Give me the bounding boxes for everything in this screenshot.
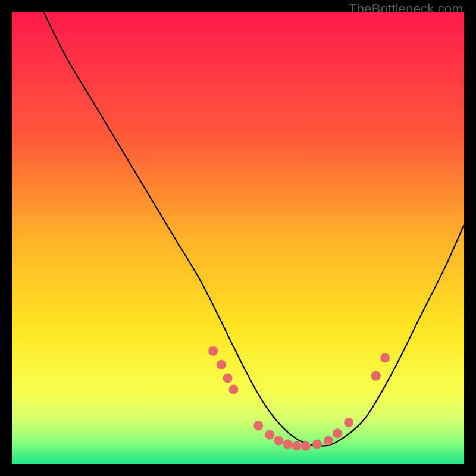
chart-frame bbox=[12, 12, 464, 464]
highlight-point bbox=[380, 353, 390, 362]
highlight-point bbox=[344, 418, 353, 427]
highlight-point bbox=[301, 441, 311, 451]
highlight-point bbox=[283, 440, 293, 449]
highlight-point bbox=[228, 385, 238, 394]
highlight-point bbox=[274, 436, 283, 445]
highlight-point bbox=[223, 374, 233, 383]
highlight-point bbox=[217, 360, 226, 369]
highlight-point bbox=[265, 430, 274, 440]
highlight-point bbox=[312, 440, 322, 449]
highlight-point bbox=[253, 421, 263, 430]
highlight-point bbox=[292, 441, 302, 451]
highlight-point bbox=[333, 428, 342, 438]
highlight-point bbox=[371, 371, 381, 381]
highlight-point bbox=[324, 436, 333, 445]
chart-svg bbox=[12, 12, 464, 464]
highlight-point bbox=[208, 346, 218, 356]
